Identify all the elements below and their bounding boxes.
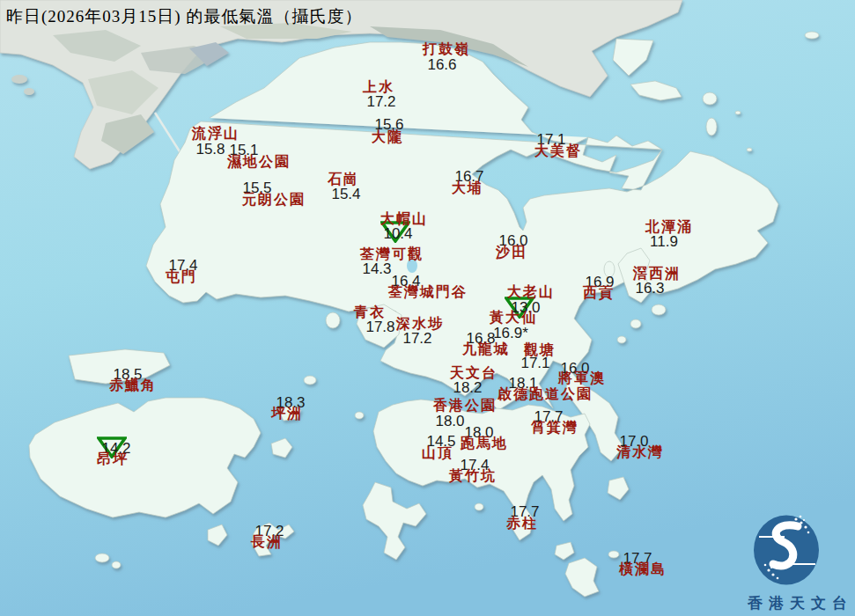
station-name: 橫瀾島 — [619, 562, 667, 576]
station-name: 觀塘 — [524, 343, 556, 357]
station-name: 石崗 — [328, 172, 359, 187]
station-value: 16.9* — [493, 326, 528, 341]
station-name: 西貢 — [583, 286, 615, 300]
station-value: 17.1 — [520, 356, 549, 370]
station-name: 青衣 — [354, 305, 386, 319]
hko-logo: 香港天文台 HONG KONG OBSERVATORY — [740, 500, 855, 616]
station-name: 濕地公園 — [227, 155, 291, 169]
station-name: 屯門 — [166, 270, 197, 284]
station-name: 打鼓嶺 — [423, 42, 470, 56]
station-name: 滘西洲 — [633, 267, 681, 281]
station-name: 沙田 — [496, 246, 527, 260]
station-value: 18.0 — [435, 414, 464, 429]
hko-emblem-icon — [740, 500, 855, 588]
station-name: 荃灣可觀 — [360, 247, 424, 261]
station-name: 啟德跑道公園 — [498, 387, 593, 401]
station-name: 昂坪 — [97, 452, 129, 466]
station-value: 14.3 — [362, 261, 391, 276]
station-value: 17.2 — [402, 331, 431, 346]
stations-layer: 16.6打鼓嶺17.2上水15.6大隴15.8流浮山15.1濕地公園15.5元朗… — [0, 0, 855, 616]
station-name: 上水 — [363, 80, 394, 94]
station-name: 大隴 — [372, 130, 403, 144]
station-name: 黃竹坑 — [449, 469, 497, 483]
station-name: 跑馬地 — [461, 436, 508, 451]
station-value: 11.9 — [650, 234, 678, 249]
station-value: 18.2 — [453, 380, 482, 395]
station-name: 長洲 — [251, 535, 283, 549]
station-name: 山頂 — [422, 446, 453, 460]
station-name: 大帽山 — [380, 212, 428, 226]
station-name: 赤柱 — [506, 517, 538, 531]
hko-min-temp-map: 昨日(2026年03月15日) 的最低氣溫（攝氏度） 16.6打鼓嶺17.2上水… — [0, 0, 855, 616]
station-name: 黃大仙 — [490, 311, 537, 325]
logo-title-zh: 香港天文台 — [740, 593, 855, 613]
station-value: 16.3 — [635, 281, 664, 296]
station-value: 15.4 — [331, 187, 360, 202]
station-name: 坪洲 — [271, 407, 303, 421]
station-name: 大美督 — [534, 144, 582, 158]
station-name: 將軍澳 — [558, 371, 606, 385]
station-value: 15.8 — [195, 142, 225, 157]
station-name: 筲箕灣 — [531, 421, 579, 435]
station-name: 元朗公園 — [242, 193, 306, 207]
station-name: 九龍城 — [462, 342, 510, 356]
station-name: 天文台 — [450, 366, 498, 380]
station-name: 大老山 — [507, 285, 555, 299]
station-name: 清水灣 — [616, 445, 664, 459]
station-value: 17.8 — [365, 319, 394, 334]
station-name: 深水埗 — [396, 317, 444, 331]
station-name: 流浮山 — [192, 127, 240, 141]
station-name: 北潭涌 — [645, 220, 693, 234]
station-name: 赤鱲角 — [109, 378, 157, 392]
station-value: 17.2 — [366, 94, 395, 109]
station-value: 16.6 — [427, 57, 456, 72]
station-name: 香港公園 — [433, 399, 497, 413]
station-value: 10.4 — [383, 226, 412, 241]
station-name: 荃灣城門谷 — [388, 285, 468, 299]
station-name: 大埔 — [452, 181, 483, 195]
